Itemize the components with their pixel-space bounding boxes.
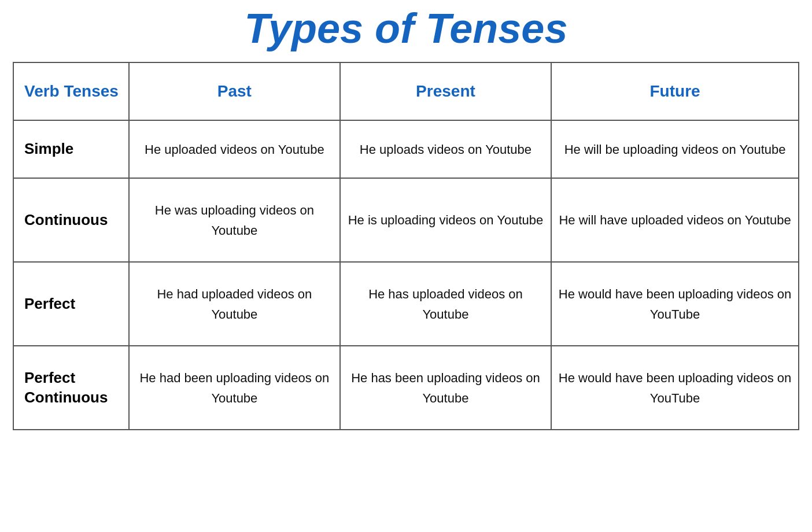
cell-future-0: He will be uploading videos on Youtube: [551, 120, 799, 178]
col-header-verb-tenses: Verb Tenses: [13, 62, 129, 120]
cell-present-2: He has uploaded videos on Youtube: [340, 262, 551, 346]
row-label-1: Continuous: [13, 178, 129, 262]
col-header-past: Past: [129, 62, 340, 120]
table-row: ContinuousHe was uploading videos on You…: [13, 178, 799, 262]
page-title: Types of Tenses: [245, 6, 568, 51]
cell-present-1: He is uploading videos on Youtube: [340, 178, 551, 262]
table-row: Perfect ContinuousHe had been uploading …: [13, 346, 799, 430]
row-label-2: Perfect: [13, 262, 129, 346]
col-header-present: Present: [340, 62, 551, 120]
cell-future-2: He would have been uploading videos on Y…: [551, 262, 799, 346]
cell-past-0: He uploaded videos on Youtube: [129, 120, 340, 178]
cell-past-1: He was uploading videos on Youtube: [129, 178, 340, 262]
cell-future-1: He will have uploaded videos on Youtube: [551, 178, 799, 262]
row-label-0: Simple: [13, 120, 129, 178]
cell-past-3: He had been uploading videos on Youtube: [129, 346, 340, 430]
cell-future-3: He would have been uploading videos on Y…: [551, 346, 799, 430]
row-label-3: Perfect Continuous: [13, 346, 129, 430]
table-row: SimpleHe uploaded videos on YoutubeHe up…: [13, 120, 799, 178]
tenses-table: Verb Tenses Past Present Future SimpleHe…: [13, 62, 799, 430]
col-header-future: Future: [551, 62, 799, 120]
cell-present-3: He has been uploading videos on Youtube: [340, 346, 551, 430]
cell-past-2: He had uploaded videos on Youtube: [129, 262, 340, 346]
table-row: PerfectHe had uploaded videos on Youtube…: [13, 262, 799, 346]
cell-present-0: He uploads videos on Youtube: [340, 120, 551, 178]
header-row: Verb Tenses Past Present Future: [13, 62, 799, 120]
